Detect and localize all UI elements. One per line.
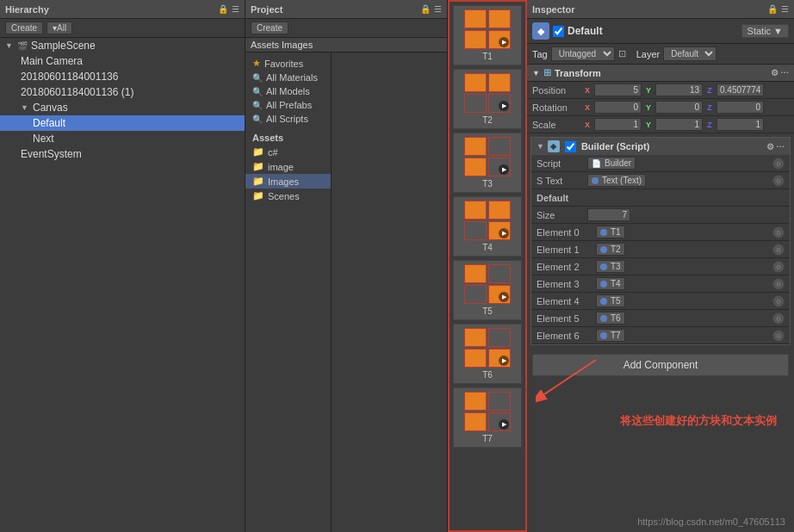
inspector-menu-icon: ☰ [781,4,789,14]
element-circle-btn-6[interactable]: ○ [772,330,785,342]
assets-section: Assets 📁 c# 📁 image 📁 Images [245,131,331,203]
image-thumb-t6[interactable]: ▶ T6 [453,324,522,384]
default-label: Default [33,117,65,129]
hierarchy-title: Hierarchy [5,4,49,15]
folder-image-icon: 📁 [252,161,264,172]
tag-dropdown[interactable]: Untagged [551,46,615,61]
rotation-row: Rotation X Y Z [527,99,794,116]
t7-preview: ▶ [464,392,511,431]
script-circle-btn[interactable]: ○ [772,158,785,170]
search-icon-scripts: 🔍 [252,114,263,124]
element-row-3: Element 3T4○ [531,275,790,293]
layer-dropdown[interactable]: Default [663,46,716,61]
project-create-btn[interactable]: Create [251,22,288,34]
builder-options-icon[interactable]: ⋯ [776,142,785,152]
pos-y-input[interactable] [655,84,703,96]
hierarchy-item-next[interactable]: Next [0,131,245,146]
static-badge[interactable]: Static ▼ [741,24,789,38]
hierarchy-item-maincamera[interactable]: Main Camera [0,53,245,69]
inspector-title: Inspector [532,4,575,15]
element-ref-0[interactable]: T1 [596,226,625,238]
hierarchy-all-btn[interactable]: ▾All [47,22,72,34]
element-ref-2[interactable]: T3 [596,260,625,273]
image-label: image [268,162,294,172]
project-sidebar-image[interactable]: 📁 image [245,159,331,174]
image-thumb-t4[interactable]: ▶ T4 [453,196,522,257]
element-circle-btn-5[interactable]: ○ [772,312,785,325]
breadcrumb-text: Assets Images [251,40,313,50]
rot-y-input[interactable] [655,101,703,114]
transform-section-header[interactable]: ▼ ⊞ Transform ⚙ ⋯ [527,65,794,82]
size-row: Size [531,207,790,224]
element-ref-3[interactable]: T4 [596,277,625,290]
item1-label: 20180601184001136 (1) [21,86,133,98]
image-thumb-t1[interactable]: ▶ T1 [453,5,522,65]
all-prefabs-label: All Prefabs [266,100,312,110]
pos-x-input[interactable] [594,84,642,96]
script-value-ref[interactable]: 📄 Builder [587,157,636,170]
hierarchy-item-eventsystem[interactable]: EventSystem [0,146,245,162]
stext-dot [592,177,599,184]
project-sidebar-scenes[interactable]: 📁 Scenes [245,189,331,203]
hierarchy-item-default[interactable]: Default [0,115,245,131]
image-thumb-t2[interactable]: ▶ T2 [453,69,522,129]
play-icon-t6: ▶ [499,356,509,366]
element-ref-5[interactable]: T6 [596,312,625,325]
rotation-label: Rotation [532,102,580,113]
project-sidebar-csharp[interactable]: 📁 c# [245,145,331,159]
element-ref-1[interactable]: T2 [596,243,625,256]
builder-script-icon: ◈ [548,140,560,152]
t1-preview: ▶ [464,9,511,49]
stext-value-ref[interactable]: Text (Text) [587,174,646,187]
play-icon-t7: ▶ [499,419,509,430]
element-circle-btn-2[interactable]: ○ [772,261,785,273]
size-input[interactable] [587,208,630,221]
play-icon-t5: ▶ [499,292,509,302]
element-circle-btn-3[interactable]: ○ [772,278,785,290]
image-thumb-t5[interactable]: ▶ T5 [453,260,522,320]
project-sidebar-all-materials[interactable]: 🔍 All Materials [245,71,331,84]
layer-label: Layer [636,49,661,59]
t1-label: T1 [482,52,493,61]
project-sidebar-all-scripts[interactable]: 🔍 All Scripts [245,112,331,126]
builder-script-header[interactable]: ▼ ◈ Builder (Script) ⚙ ⋯ [531,138,790,155]
rot-x-input[interactable] [594,101,642,114]
project-panel: Project 🔒 ☰ Create Assets Images ★ Favor… [245,0,448,532]
project-sidebar-all-models[interactable]: 🔍 All Models [245,84,331,98]
element-circle-btn-1[interactable]: ○ [772,244,785,256]
builder-active-checkbox[interactable] [565,141,576,152]
active-checkbox[interactable] [553,26,564,37]
hierarchy-item-canvas[interactable]: ▼ Canvas [0,100,245,115]
stext-row: S Text Text (Text) ○ [531,172,790,189]
stext-circle-btn[interactable]: ○ [772,175,785,187]
project-sidebar-images[interactable]: 📁 Images [245,174,331,189]
hierarchy-item-1[interactable]: 20180601184001136 (1) [0,84,245,100]
element-ref-4[interactable]: T5 [596,294,625,307]
element-row-6: Element 6T7○ [531,327,790,344]
elements-list: Element 0T1○Element 1T2○Element 2T3○Elem… [531,224,790,344]
image-thumb-t3[interactable]: ▶ T3 [453,133,522,193]
next-label: Next [33,133,54,145]
favorites-header[interactable]: ★ Favorites [245,56,331,71]
element-circle-btn-0[interactable]: ○ [772,226,785,238]
transform-settings-icon[interactable]: ⚙ [771,68,778,77]
image-thumb-t7[interactable]: ▶ T7 [453,387,522,448]
project-sidebar-all-prefabs[interactable]: 🔍 All Prefabs [245,98,331,112]
element-value-2: T3 [611,262,621,271]
hierarchy-scene[interactable]: ▼ 🎬 SampleScene [0,38,245,53]
rot-z-input[interactable] [716,101,764,114]
element-circle-btn-4[interactable]: ○ [772,295,785,307]
builder-settings-icon[interactable]: ⚙ [766,142,774,152]
annotation-arrow-svg [536,351,605,403]
folder-scenes-icon: 📁 [252,190,264,201]
hierarchy-item-0[interactable]: 20180601184001136 [0,69,245,84]
scale-x-input[interactable] [594,118,642,131]
element-ref-6[interactable]: T7 [596,329,625,342]
scale-z-input[interactable] [716,118,764,131]
svg-line-1 [544,360,596,394]
element-dot-0 [600,229,607,236]
pos-z-input[interactable] [716,84,764,96]
hierarchy-create-btn[interactable]: Create [5,22,43,34]
scale-y-input[interactable] [655,118,703,131]
transform-options-icon[interactable]: ⋯ [780,68,789,77]
